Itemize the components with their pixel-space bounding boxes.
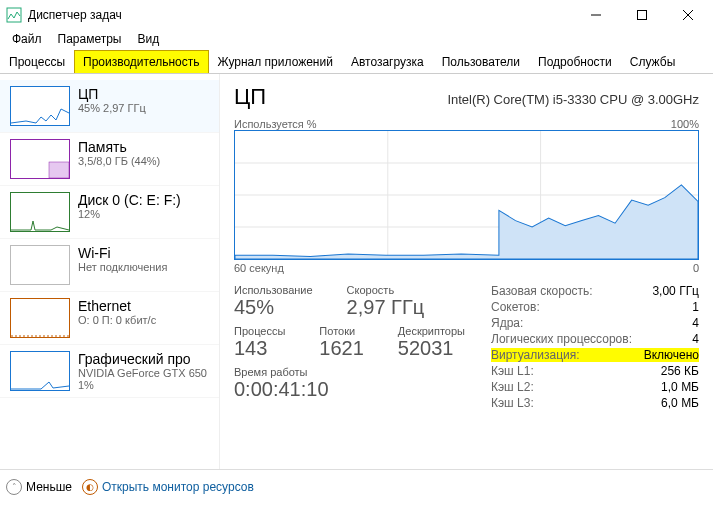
sock-r: 1: [692, 300, 699, 314]
thr-value: 1621: [319, 337, 364, 360]
lproc-l: Логических процессоров:: [491, 332, 632, 346]
wifi-thumb: [10, 245, 70, 285]
sidebar-item-cpu[interactable]: ЦП 45% 2,97 ГГц: [0, 80, 219, 133]
util-label: Использование: [234, 284, 313, 296]
thr-label: Потоки: [319, 325, 364, 337]
lproc-r: 4: [692, 332, 699, 346]
tab-performance[interactable]: Производительность: [74, 50, 208, 73]
gpu-title: Графический про: [78, 351, 207, 367]
gpu-thumb: [10, 351, 70, 391]
content: ЦП 45% 2,97 ГГц Память 3,5/8,0 ГБ (44%) …: [0, 74, 713, 469]
chart-ymax: 100%: [671, 118, 699, 130]
gpu-sub2: 1%: [78, 379, 207, 391]
tab-apphistory[interactable]: Журнал приложений: [209, 50, 342, 73]
util-value: 45%: [234, 296, 313, 319]
detail-title: ЦП: [234, 84, 266, 110]
titlebar: Диспетчер задач: [0, 0, 713, 30]
menubar: Файл Параметры Вид: [0, 30, 713, 50]
chart-ylabel: Используется %: [234, 118, 317, 130]
close-button[interactable]: [665, 0, 711, 30]
l1-l: Кэш L1:: [491, 364, 534, 378]
hnd-value: 52031: [398, 337, 465, 360]
sidebar-item-wifi[interactable]: Wi-Fi Нет подключения: [0, 239, 219, 292]
sidebar-item-memory[interactable]: Память 3,5/8,0 ГБ (44%): [0, 133, 219, 186]
tab-processes[interactable]: Процессы: [0, 50, 74, 73]
core-r: 4: [692, 316, 699, 330]
proc-label: Процессы: [234, 325, 285, 337]
cpu-sub: 45% 2,97 ГГц: [78, 102, 146, 114]
l3-l: Кэш L3:: [491, 396, 534, 410]
hnd-label: Дескрипторы: [398, 325, 465, 337]
eth-title: Ethernet: [78, 298, 156, 314]
cpu-title: ЦП: [78, 86, 146, 102]
sidebar-item-disk[interactable]: Диск 0 (C: E: F:) 12%: [0, 186, 219, 239]
proc-value: 143: [234, 337, 285, 360]
virt-l: Виртуализация:: [491, 348, 580, 362]
core-l: Ядра:: [491, 316, 523, 330]
svg-rect-5: [49, 162, 69, 178]
specs: Базовая скорость:3,00 ГГц Сокетов:1 Ядра…: [491, 284, 699, 410]
fewer-label: Меньше: [26, 480, 72, 494]
l2-r: 1,0 МБ: [661, 380, 699, 394]
tabbar: Процессы Производительность Журнал прило…: [0, 50, 713, 74]
cpu-thumb: [10, 86, 70, 126]
disk-title: Диск 0 (C: E: F:): [78, 192, 181, 208]
cpu-chart: [234, 130, 699, 260]
gpu-sub: NVIDIA GeForce GTX 650: [78, 367, 207, 379]
speed-label: Скорость: [347, 284, 425, 296]
tab-startup[interactable]: Автозагрузка: [342, 50, 433, 73]
detail-pane: ЦП Intel(R) Core(TM) i5-3330 CPU @ 3.00G…: [220, 74, 713, 469]
menu-options[interactable]: Параметры: [50, 30, 130, 50]
tab-details[interactable]: Подробности: [529, 50, 621, 73]
tab-users[interactable]: Пользователи: [433, 50, 529, 73]
wifi-sub: Нет подключения: [78, 261, 167, 273]
minimize-button[interactable]: [573, 0, 619, 30]
sock-l: Сокетов:: [491, 300, 540, 314]
tab-services[interactable]: Службы: [621, 50, 684, 73]
maximize-button[interactable]: [619, 0, 665, 30]
base-l: Базовая скорость:: [491, 284, 593, 298]
svg-rect-2: [638, 11, 647, 20]
wifi-title: Wi-Fi: [78, 245, 167, 261]
monitor-icon: ◐: [82, 479, 98, 495]
speed-value: 2,97 ГГц: [347, 296, 425, 319]
cpu-model: Intel(R) Core(TM) i5-3330 CPU @ 3.00GHz: [447, 92, 699, 107]
sidebar: ЦП 45% 2,97 ГГц Память 3,5/8,0 ГБ (44%) …: [0, 74, 220, 469]
open-resource-monitor-link[interactable]: ◐ Открыть монитор ресурсов: [82, 479, 254, 495]
eth-thumb: [10, 298, 70, 338]
footer: ˄ Меньше ◐ Открыть монитор ресурсов: [0, 469, 713, 503]
l2-l: Кэш L2:: [491, 380, 534, 394]
uptime-value: 0:00:41:10: [234, 378, 465, 401]
disk-sub: 12%: [78, 208, 181, 220]
chart-xlabel: 60 секунд: [234, 262, 284, 274]
sidebar-item-gpu[interactable]: Графический про NVIDIA GeForce GTX 650 1…: [0, 345, 219, 398]
mem-thumb: [10, 139, 70, 179]
window-title: Диспетчер задач: [28, 8, 573, 22]
l1-r: 256 КБ: [661, 364, 699, 378]
uptime-label: Время работы: [234, 366, 465, 378]
disk-thumb: [10, 192, 70, 232]
fewer-details-button[interactable]: ˄ Меньше: [6, 479, 72, 495]
sidebar-item-ethernet[interactable]: Ethernet О: 0 П: 0 кбит/с: [0, 292, 219, 345]
l3-r: 6,0 МБ: [661, 396, 699, 410]
chevron-up-icon: ˄: [6, 479, 22, 495]
eth-sub: О: 0 П: 0 кбит/с: [78, 314, 156, 326]
menu-file[interactable]: Файл: [4, 30, 50, 50]
menu-view[interactable]: Вид: [129, 30, 167, 50]
mem-title: Память: [78, 139, 160, 155]
app-icon: [6, 7, 22, 23]
base-r: 3,00 ГГц: [652, 284, 699, 298]
virt-r: Включено: [644, 348, 699, 362]
openmon-label: Открыть монитор ресурсов: [102, 480, 254, 494]
chart-xmin: 0: [693, 262, 699, 274]
mem-sub: 3,5/8,0 ГБ (44%): [78, 155, 160, 167]
